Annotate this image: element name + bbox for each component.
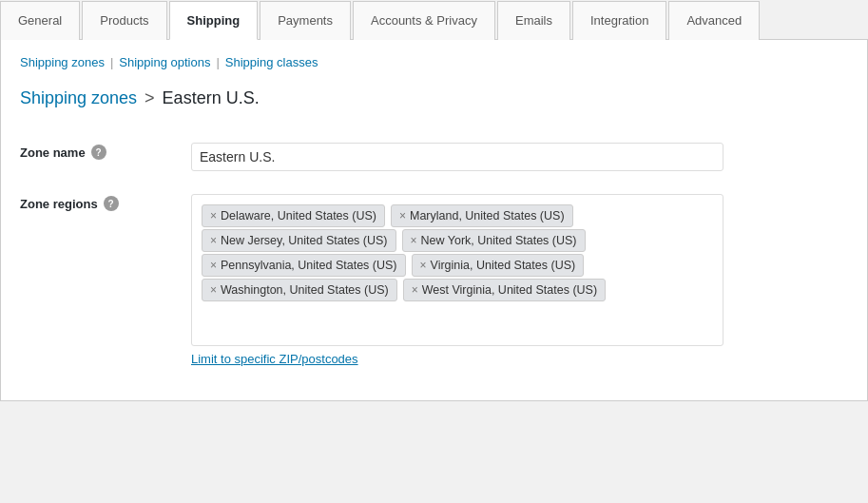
region-tag: ×New Jersey, United States (US) xyxy=(202,229,396,252)
region-label: New Jersey, United States (US) xyxy=(221,234,388,247)
zone-name-label: Zone name xyxy=(20,145,86,160)
region-label: Delaware, United States (US) xyxy=(221,209,376,222)
nav-tabs: GeneralProductsShippingPaymentsAccounts … xyxy=(0,0,868,40)
breadcrumb-separator: > xyxy=(145,88,155,108)
zone-name-input[interactable] xyxy=(191,143,723,171)
regions-row: ×New Jersey, United States (US)×New York… xyxy=(202,229,713,252)
region-label: West Virginia, United States (US) xyxy=(422,283,597,297)
region-tag: ×New York, United States (US) xyxy=(402,229,586,252)
tab-accounts-privacy[interactable]: Accounts & Privacy xyxy=(353,1,495,40)
zone-name-help-icon[interactable]: ? xyxy=(91,145,106,160)
zone-regions-label-cell: Zone regions ? xyxy=(20,183,191,377)
zone-name-label-cell: Zone name ? xyxy=(20,131,191,183)
region-remove-icon[interactable]: × xyxy=(411,235,417,246)
form-table: Zone name ? Zone regions ? xyxy=(20,131,848,377)
regions-row: ×Delaware, United States (US)×Maryland, … xyxy=(202,204,713,227)
region-remove-icon[interactable]: × xyxy=(210,260,217,271)
page-wrapper: GeneralProductsShippingPaymentsAccounts … xyxy=(0,0,868,503)
region-tag: ×Maryland, United States (US) xyxy=(391,204,573,227)
sub-nav-shipping-classes[interactable]: Shipping classes xyxy=(225,55,318,69)
breadcrumb-link[interactable]: Shipping zones xyxy=(20,88,137,108)
sub-nav: Shipping zones|Shipping options|Shipping… xyxy=(20,55,848,69)
tab-shipping[interactable]: Shipping xyxy=(169,1,259,40)
region-label: New York, United States (US) xyxy=(421,234,577,247)
sub-nav-separator: | xyxy=(110,55,113,69)
zone-name-input-cell xyxy=(191,131,848,183)
sub-nav-separator: | xyxy=(216,55,219,69)
region-tag: ×West Virginia, United States (US) xyxy=(403,279,606,301)
tab-products[interactable]: Products xyxy=(82,1,166,40)
zone-regions-row: Zone regions ? ×Delaware, United States … xyxy=(20,183,848,377)
zone-regions-input-cell: ×Delaware, United States (US)×Maryland, … xyxy=(191,183,848,377)
region-label: Maryland, United States (US) xyxy=(410,209,565,222)
limit-link[interactable]: Limit to specific ZIP/postcodes xyxy=(191,352,848,366)
tab-emails[interactable]: Emails xyxy=(497,1,570,40)
tab-general[interactable]: General xyxy=(0,1,80,40)
region-remove-icon[interactable]: × xyxy=(210,235,217,246)
region-remove-icon[interactable]: × xyxy=(412,284,418,296)
region-remove-icon[interactable]: × xyxy=(420,260,427,271)
region-remove-icon[interactable]: × xyxy=(210,210,217,222)
zone-name-row: Zone name ? xyxy=(20,131,848,183)
breadcrumb-current: Eastern U.S. xyxy=(163,88,260,108)
region-remove-icon[interactable]: × xyxy=(210,284,217,296)
tab-payments[interactable]: Payments xyxy=(260,1,351,40)
region-tag: ×Virginia, United States (US) xyxy=(412,254,585,277)
region-label: Washington, United States (US) xyxy=(221,283,389,297)
region-remove-icon[interactable]: × xyxy=(399,210,406,222)
regions-row: ×Pennsylvania, United States (US)×Virgin… xyxy=(202,254,713,277)
sub-nav-shipping-zones[interactable]: Shipping zones xyxy=(20,55,105,69)
region-tag: ×Washington, United States (US) xyxy=(202,279,397,301)
region-label: Pennsylvania, United States (US) xyxy=(221,259,397,272)
tab-integration[interactable]: Integration xyxy=(572,1,666,40)
region-label: Virginia, United States (US) xyxy=(431,259,576,272)
zone-regions-help-icon[interactable]: ? xyxy=(104,196,119,211)
content-area: Shipping zones|Shipping options|Shipping… xyxy=(0,40,868,401)
sub-nav-shipping-options[interactable]: Shipping options xyxy=(119,55,210,69)
region-tag: ×Pennsylvania, United States (US) xyxy=(202,254,406,277)
region-tag: ×Delaware, United States (US) xyxy=(202,204,385,227)
zone-regions-box[interactable]: ×Delaware, United States (US)×Maryland, … xyxy=(191,194,723,346)
tab-advanced[interactable]: Advanced xyxy=(668,1,760,40)
regions-row: ×Washington, United States (US)×West Vir… xyxy=(202,279,713,301)
breadcrumb: Shipping zones > Eastern U.S. xyxy=(20,88,848,108)
zone-regions-label: Zone regions xyxy=(20,197,98,211)
